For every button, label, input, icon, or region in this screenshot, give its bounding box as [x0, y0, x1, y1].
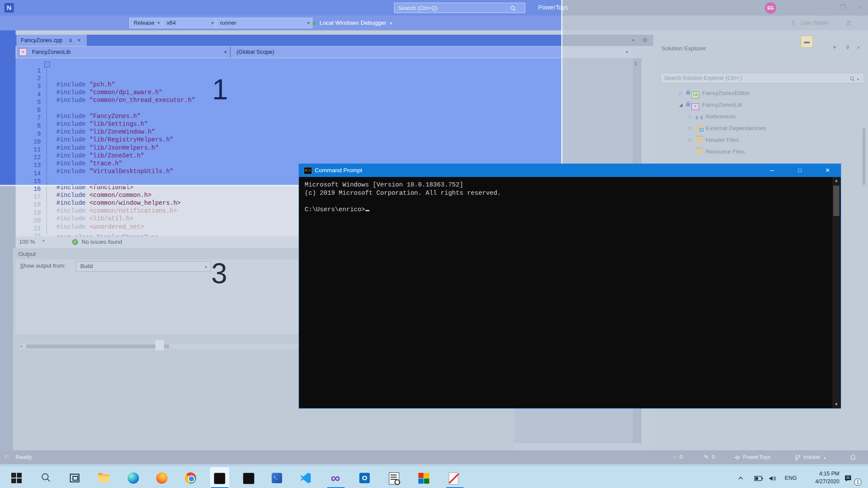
expand-arrow-icon[interactable]: ▷ [679, 88, 686, 98]
scrollbar-thumb[interactable] [833, 186, 839, 216]
expand-arrow-icon[interactable]: ▷ [689, 112, 696, 121]
command-prompt-taskbar-icon[interactable] [214, 472, 225, 484]
code-line[interactable]: 6 − #include"lib/Settings.h" [16, 100, 503, 108]
nav-project-select[interactable]: + FancyZonesLib ▾ [16, 46, 230, 58]
pin-icon[interactable] [845, 44, 850, 50]
menu-item[interactable] [114, 7, 122, 9]
command-prompt-2-taskbar-icon[interactable] [243, 472, 254, 484]
start-button-icon[interactable] [11, 472, 23, 484]
menu-item[interactable] [37, 7, 45, 9]
code-line[interactable]: 9 − #include"lib/JsonHelpers.h" [16, 124, 503, 131]
expand-arrow-icon[interactable]: ▷ [689, 135, 696, 145]
code-line[interactable]: 10 − #include"lib/ZoneSet.h" [16, 131, 503, 139]
taskbar-search-icon[interactable] [41, 472, 52, 484]
startup-project-select[interactable]: runner▾ [216, 18, 312, 28]
live-share-button[interactable]: Live Share [791, 16, 829, 30]
code-line[interactable]: 8 − #include"lib/RegistryHelpers.h" [16, 115, 503, 123]
scroll-up-icon[interactable]: ▲ [832, 178, 840, 183]
pending-edits-button[interactable]: ✎ 0 [704, 450, 715, 464]
menu-item[interactable] [47, 7, 55, 9]
minimize-button[interactable]: ─ [763, 164, 782, 177]
pin-icon[interactable] [69, 37, 74, 43]
chrome-icon[interactable] [185, 472, 196, 484]
code-line[interactable]: 12 − #include"VirtualDesktopUtils.h" [16, 147, 503, 155]
code-line[interactable]: 4 − [16, 84, 503, 92]
sign-in-person-icon[interactable] [845, 16, 852, 30]
close-tab-icon[interactable]: × [77, 37, 81, 43]
menu-item[interactable] [56, 7, 64, 9]
volume-icon[interactable] [769, 467, 777, 488]
expand-arrow-icon[interactable]: ◢ [679, 100, 686, 110]
output-source-select[interactable]: Build ▾ [76, 261, 211, 272]
close-button[interactable]: × [852, 0, 868, 15]
visual-studio-icon[interactable]: ∞ [330, 472, 341, 484]
solution-config-select[interactable]: Release▾ [129, 18, 163, 28]
minimize-button[interactable]: – [815, 0, 832, 15]
tree-item[interactable]: ▷External Dependencies [689, 124, 766, 134]
menu-item[interactable] [123, 7, 131, 9]
notifications-bell-icon[interactable] [850, 450, 856, 464]
tree-item[interactable]: Resource Files [689, 147, 745, 157]
tree-item[interactable]: ▷References [689, 112, 736, 122]
avatar[interactable]: EG [765, 2, 776, 14]
document-tab[interactable]: FancyZones.cpp × [16, 35, 87, 46]
branch-button[interactable]: master ▴ [795, 450, 826, 464]
code-line[interactable]: 1 − #include"pch.h" [16, 60, 503, 68]
code-line[interactable]: 13 − [16, 155, 503, 163]
window-position-icon[interactable]: ▾ [833, 44, 836, 50]
menu-item[interactable] [85, 7, 93, 9]
file-explorer-icon[interactable] [98, 472, 109, 484]
steps-recorder-icon[interactable] [389, 472, 400, 484]
tray-chevron-up-icon[interactable] [738, 467, 743, 488]
scroll-down-icon[interactable]: ▼ [832, 402, 840, 406]
code-line[interactable]: 7 − #include"lib/ZoneWindow.h" [16, 108, 503, 115]
solution-explorer-search-input[interactable] [661, 73, 864, 83]
tree-item[interactable]: ▷Header Files [689, 135, 739, 146]
menu-item[interactable] [76, 7, 83, 9]
firefox-icon[interactable] [156, 472, 168, 484]
language-indicator[interactable]: ENG [785, 467, 797, 488]
maximize-button[interactable]: ❐ [834, 0, 852, 15]
powershell-icon[interactable] [272, 472, 283, 484]
repository-button[interactable]: PowerToys [734, 450, 771, 464]
search-input[interactable] [394, 3, 525, 13]
zoom-level-select[interactable]: 100 % [19, 239, 35, 245]
outlook-icon[interactable]: O [359, 472, 371, 484]
edge-icon[interactable] [128, 472, 139, 484]
menu-item[interactable] [95, 7, 102, 9]
terminal-scrollbar[interactable]: ▲ ▼ [832, 177, 840, 408]
incoming-commits-button[interactable]: ↑ 0 [674, 450, 683, 464]
nav-member-select[interactable]: ▾ [440, 46, 631, 58]
platform-select[interactable]: x64▾ [162, 18, 217, 28]
scrollbar-thumb[interactable] [862, 128, 865, 185]
battery-icon[interactable] [754, 467, 763, 488]
maximize-button[interactable]: □ [790, 164, 809, 177]
clock[interactable]: 4:15 PM4/27/2020 [802, 470, 839, 485]
nav-scope-select[interactable]: (Global Scope) ▾ [230, 46, 446, 58]
notification-center-icon[interactable] [844, 467, 852, 488]
close-panel-icon[interactable]: × [857, 44, 860, 51]
bottom-panel-tab[interactable] [30, 340, 38, 350]
editor-options-gear-icon[interactable]: ⚙ [642, 35, 648, 46]
vscode-icon[interactable] [300, 472, 312, 484]
search-icon[interactable]: ▾ [850, 75, 859, 82]
menu-item[interactable] [18, 7, 26, 9]
bottom-panel-tab[interactable] [155, 340, 164, 350]
expand-arrow-icon[interactable]: ▷ [689, 124, 696, 133]
tab-overflow-icon[interactable]: ▾ [632, 35, 634, 46]
task-view-icon[interactable] [69, 472, 80, 484]
menu-item[interactable] [66, 7, 74, 9]
close-button[interactable]: ✕ [818, 164, 837, 177]
terminal-prompt[interactable]: C:\Users\enrico> [305, 206, 369, 213]
snip-tool-icon[interactable] [449, 472, 460, 484]
powertoys-icon[interactable] [418, 472, 430, 484]
search-icon[interactable] [510, 4, 516, 12]
tree-item[interactable]: ◢FancyZonesLib [679, 100, 742, 111]
preview-selected-items-toggle[interactable]: ▬ [801, 36, 813, 48]
menu-item[interactable] [104, 7, 112, 9]
bottom-panel-tab[interactable] [122, 340, 131, 350]
code-line[interactable]: 5 − #include"FancyZones.h" [16, 92, 503, 100]
start-debug-button[interactable]: ▶Local Windows Debugger▾ [312, 18, 392, 28]
code-line[interactable]: 2 − #include"common/dpi_aware.h" [16, 68, 503, 76]
code-line[interactable]: 3 − #include"common/on_thread_executor.h… [16, 76, 503, 84]
